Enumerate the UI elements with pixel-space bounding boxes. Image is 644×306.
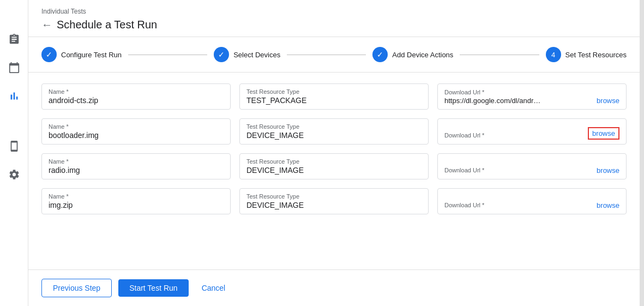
resource-row-2: Name * bootloader.img Test Resource Type… bbox=[41, 118, 627, 145]
step-add-actions: Add Device Actions bbox=[372, 47, 453, 62]
phone-icon[interactable] bbox=[8, 140, 21, 153]
url-label-1: Download Url * bbox=[444, 89, 592, 95]
name-value-2: bootloader.img bbox=[49, 131, 224, 140]
step-2-circle bbox=[214, 47, 229, 62]
step-4-circle bbox=[546, 47, 561, 62]
footer: Previous Step Start Test Run Cancel bbox=[28, 269, 640, 306]
name-label-1: Name * bbox=[49, 88, 224, 95]
type-value-4: DEVICE_IMAGE bbox=[246, 201, 422, 209]
type-value-3: DEVICE_IMAGE bbox=[246, 166, 422, 175]
name-label-2: Name * bbox=[49, 123, 224, 130]
browse-link-2[interactable]: browse bbox=[588, 127, 619, 140]
main-content: Individual Tests ← Schedule a Test Run C… bbox=[28, 0, 640, 306]
name-value-1: android-cts.zip bbox=[49, 96, 224, 105]
url-field-4[interactable]: Download Url * browse bbox=[437, 188, 627, 214]
resource-row-1: Name * android-cts.zip Test Resource Typ… bbox=[41, 83, 627, 110]
stepper: Configure Test Run Select Devices Add De… bbox=[28, 37, 640, 73]
name-value-3: radio.img bbox=[49, 166, 224, 175]
type-field-1[interactable]: Test Resource Type TEST_PACKAGE bbox=[239, 83, 429, 110]
previous-step-button[interactable]: Previous Step bbox=[41, 279, 112, 297]
step-set-resources: Set Test Resources bbox=[546, 47, 627, 62]
start-test-run-button[interactable]: Start Test Run bbox=[118, 279, 188, 297]
type-field-4[interactable]: Test Resource Type DEVICE_IMAGE bbox=[239, 188, 429, 214]
chart-icon[interactable] bbox=[8, 89, 21, 103]
type-label-4: Test Resource Type bbox=[246, 193, 422, 200]
breadcrumb: Individual Tests bbox=[41, 8, 627, 15]
step-configure: Configure Test Run bbox=[41, 47, 122, 62]
calendar-icon[interactable] bbox=[8, 61, 21, 74]
url-label-4: Download Url * bbox=[444, 202, 592, 208]
step-1-label: Configure Test Run bbox=[61, 51, 122, 59]
url-field-1[interactable]: Download Url * https://dl.google.com/dl/… bbox=[437, 83, 627, 110]
step-2-label: Select Devices bbox=[233, 51, 280, 59]
url-value-1: https://dl.google.com/dl/android/c bbox=[444, 97, 543, 105]
type-field-2[interactable]: Test Resource Type DEVICE_IMAGE bbox=[239, 118, 429, 145]
name-label-3: Name * bbox=[49, 158, 224, 165]
url-field-3[interactable]: Download Url * browse bbox=[437, 153, 627, 179]
name-field-3[interactable]: Name * radio.img bbox=[41, 153, 231, 179]
header: Individual Tests ← Schedule a Test Run bbox=[28, 0, 640, 37]
step-select-devices: Select Devices bbox=[214, 47, 280, 62]
clipboard-icon[interactable] bbox=[8, 33, 21, 46]
step-4-label: Set Test Resources bbox=[565, 51, 627, 59]
step-1-circle bbox=[41, 47, 57, 62]
step-3-circle bbox=[372, 47, 388, 62]
type-value-1: TEST_PACKAGE bbox=[246, 96, 422, 105]
gear-icon[interactable] bbox=[8, 168, 21, 181]
browse-link-3[interactable]: browse bbox=[592, 166, 619, 175]
back-button[interactable]: ← bbox=[41, 19, 52, 31]
type-label-1: Test Resource Type bbox=[246, 88, 422, 95]
form-content: Name * android-cts.zip Test Resource Typ… bbox=[28, 73, 640, 269]
name-field-2[interactable]: Name * bootloader.img bbox=[41, 118, 231, 145]
cancel-button[interactable]: Cancel bbox=[195, 279, 232, 297]
resource-row-4: Name * img.zip Test Resource Type DEVICE… bbox=[41, 188, 627, 214]
name-value-4: img.zip bbox=[49, 201, 224, 209]
scrollbar[interactable] bbox=[640, 0, 644, 306]
connector-1 bbox=[128, 55, 207, 55]
sidebar bbox=[0, 0, 28, 306]
connector-3 bbox=[460, 55, 539, 55]
url-label-2: Download Url * bbox=[444, 132, 588, 139]
type-label-3: Test Resource Type bbox=[246, 158, 422, 165]
step-3-label: Add Device Actions bbox=[392, 51, 453, 59]
type-value-2: DEVICE_IMAGE bbox=[246, 131, 422, 140]
name-field-4[interactable]: Name * img.zip bbox=[41, 188, 231, 214]
type-field-3[interactable]: Test Resource Type DEVICE_IMAGE bbox=[239, 153, 429, 179]
browse-link-4[interactable]: browse bbox=[592, 201, 619, 209]
connector-2 bbox=[287, 55, 366, 55]
page-title: Schedule a Test Run bbox=[57, 19, 157, 31]
resource-row-3: Name * radio.img Test Resource Type DEVI… bbox=[41, 153, 627, 179]
name-field-1[interactable]: Name * android-cts.zip bbox=[41, 83, 231, 110]
type-label-2: Test Resource Type bbox=[246, 123, 422, 130]
name-label-4: Name * bbox=[49, 193, 224, 200]
url-field-2[interactable]: Download Url * browse bbox=[437, 118, 627, 145]
url-label-3: Download Url * bbox=[444, 167, 592, 173]
browse-link-1[interactable]: browse bbox=[592, 97, 619, 105]
